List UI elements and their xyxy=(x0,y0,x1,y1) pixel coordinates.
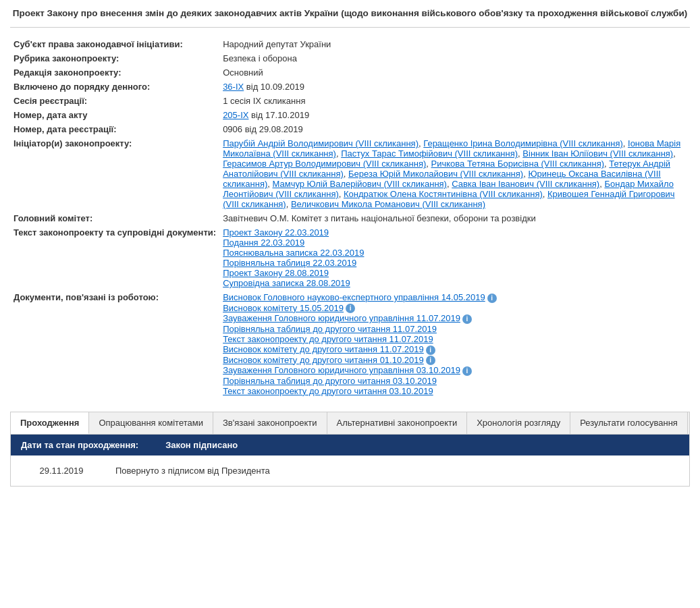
tab-item[interactable]: Результати голосування xyxy=(570,412,688,434)
field-label: Номер, дата реєстрації: xyxy=(10,122,219,136)
initiator-link[interactable]: Ричкова Тетяна Борисівна (VIII скликання… xyxy=(431,159,605,169)
document-item: Порівняльна таблиця 22.03.2019 xyxy=(223,258,686,268)
related-doc-item: Порівняльна таблиця до другого читання 0… xyxy=(223,376,686,386)
related-doc-item: Зауваження Головного юридичного управлін… xyxy=(223,313,686,324)
info-icon[interactable]: i xyxy=(462,314,472,324)
tab-header-status: Закон підписано xyxy=(165,440,238,450)
document-link[interactable]: Порівняльна таблиця 22.03.2019 xyxy=(223,258,356,268)
initiator-link[interactable]: Вінник Іван Юліїович (VIII скликання) xyxy=(522,148,673,159)
info-icon[interactable]: i xyxy=(346,304,355,313)
related-doc-link[interactable]: Текст законопроекту до другого читання 0… xyxy=(223,386,433,396)
related-docs-value: Висновок Головного науково-експертного у… xyxy=(219,290,690,397)
related-doc-item: Висновок комітету до другого читання 11.… xyxy=(223,344,686,355)
tab-body: 29.11.2019Повернуто з підписом від Прези… xyxy=(11,455,689,486)
info-icon[interactable]: i xyxy=(487,294,497,303)
related-doc-item: Зауваження Головного юридичного управлін… xyxy=(223,365,686,376)
field-label: Сесія реєстрації: xyxy=(10,94,219,108)
field-label: Включено до порядку денного: xyxy=(10,80,219,94)
info-row: Суб'єкт права законодавчої ініціативи:На… xyxy=(10,37,690,51)
related-doc-item: Порівняльна таблиця до другого читання 1… xyxy=(223,324,686,334)
tab-item[interactable]: Зв'язані законопроекти xyxy=(213,412,327,434)
document-link[interactable]: Пояснювальна записка 22.03.2019 xyxy=(223,248,364,258)
info-row: Сесія реєстрації:1 сесія IX скликання xyxy=(10,94,690,108)
initiators-value: Парубій Андрій Володимирович (VIII склик… xyxy=(219,136,690,211)
field-value: 1 сесія IX скликання xyxy=(219,94,690,108)
page-title: Проект Закону про внесення змін до деяки… xyxy=(10,7,690,28)
info-icon[interactable]: i xyxy=(462,366,472,376)
related-doc-link[interactable]: Висновок комітету до другого читання 01.… xyxy=(223,355,424,365)
initiator-link[interactable]: Парубій Андрій Володимирович (VIII склик… xyxy=(223,138,419,148)
field-value: Народний депутат України xyxy=(219,37,690,51)
related-doc-link[interactable]: Зауваження Головного юридичного управлін… xyxy=(223,365,460,375)
related-doc-link[interactable]: Зауваження Головного юридичного управлін… xyxy=(223,313,460,323)
field-value: 0906 від 29.08.2019 xyxy=(219,122,690,136)
document-link[interactable]: Подання 22.03.2019 xyxy=(223,238,304,248)
info-icon[interactable]: i xyxy=(426,356,435,365)
document-item: Супровідна записка 28.08.2019 xyxy=(223,278,686,288)
related-doc-link[interactable]: Висновок Головного науково-експертного у… xyxy=(223,292,485,302)
document-item: Пояснювальна записка 22.03.2019 xyxy=(223,248,686,258)
field-link[interactable]: 205-IX xyxy=(223,110,248,120)
head-committee-label: Головний комітет: xyxy=(10,211,219,225)
related-doc-link[interactable]: Висновок комітету до другого читання 11.… xyxy=(223,344,424,354)
field-label: Номер, дата акту xyxy=(10,108,219,122)
initiator-link[interactable]: Геращенко Ірина Володимирівна (VIII скли… xyxy=(423,138,623,148)
info-table: Суб'єкт права законодавчої ініціативи:На… xyxy=(10,37,690,397)
document-link[interactable]: Проект Закону 28.08.2019 xyxy=(223,268,329,278)
related-doc-item: Висновок Головного науково-експертного у… xyxy=(223,292,686,303)
field-link[interactable]: 36-IX xyxy=(223,82,244,92)
passage-date: 29.11.2019 xyxy=(21,466,102,476)
tab-item[interactable]: Опрацювання комітетами xyxy=(89,412,213,434)
documents-label: Текст законопроекту та супровідні докуме… xyxy=(10,225,219,290)
tab-item[interactable]: Хронологія розгляду xyxy=(467,412,570,434)
related-doc-item: Висновок комітету до другого читання 01.… xyxy=(223,355,686,366)
documents-value: Проект Закону 22.03.2019Подання 22.03.20… xyxy=(219,225,690,290)
related-docs-label: Документи, пов'язані із роботою: xyxy=(10,290,219,397)
initiator-link[interactable]: Мамчур Юлій Валерійович (VIII скликання) xyxy=(273,179,447,189)
field-value: Безпека і оборона xyxy=(219,51,690,65)
document-item: Подання 22.03.2019 xyxy=(223,238,686,248)
tab-header-dates: Дати та стан проходження: xyxy=(21,440,138,450)
tab-header: Дати та стан проходження: Закон підписан… xyxy=(11,435,689,455)
head-committee-value: Завітневич О.М. Комітет з питань націона… xyxy=(219,211,690,225)
initiator-link[interactable]: Савка Іван Іванович (VIII скликання) xyxy=(452,179,599,189)
related-doc-link[interactable]: Порівняльна таблиця до другого читання 1… xyxy=(223,324,437,334)
field-label: Рубрика законопроекту: xyxy=(10,51,219,65)
initiators-label: Ініціатор(и) законопроекту: xyxy=(10,136,219,211)
related-doc-item: Текст законопроекту до другого читання 0… xyxy=(223,386,686,396)
initiator-link[interactable]: Кондратюк Олена Костянтинівна (VIII скли… xyxy=(344,189,543,199)
initiator-link[interactable]: Величкович Микола Романович (VIII склика… xyxy=(291,199,485,209)
related-doc-link[interactable]: Порівняльна таблиця до другого читання 0… xyxy=(223,376,437,386)
field-label: Суб'єкт права законодавчої ініціативи: xyxy=(10,37,219,51)
tabs-bar: ПроходженняОпрацювання комітетамиЗв'язан… xyxy=(10,412,690,434)
initiator-link[interactable]: Береза Юрій Миколайович (VIII скликання) xyxy=(348,169,523,179)
passage-status: Повернуто з підписом від Президента xyxy=(115,466,679,476)
tab-item[interactable]: Проходження xyxy=(11,412,89,434)
field-value: 205-IX від 17.10.2019 xyxy=(219,108,690,122)
field-value: 36-IX від 10.09.2019 xyxy=(219,80,690,94)
document-item: Проект Закону 28.08.2019 xyxy=(223,268,686,278)
page-container: Проект Закону про внесення змін до деяки… xyxy=(0,0,700,493)
related-doc-item: Текст законопроекту до другого читання 1… xyxy=(223,334,686,344)
info-row: Номер, дата реєстрації:0906 від 29.08.20… xyxy=(10,122,690,136)
info-row: Редакція законопроекту:Основний xyxy=(10,65,690,80)
field-label: Редакція законопроекту: xyxy=(10,65,219,80)
info-icon[interactable]: i xyxy=(426,346,435,355)
document-link[interactable]: Проект Закону 22.03.2019 xyxy=(223,227,329,238)
related-doc-item: Висновок комітету 15.05.2019i xyxy=(223,303,686,314)
tab-item[interactable]: Альтернативні законопроекти xyxy=(327,412,468,434)
initiator-link[interactable]: Герасимов Артур Володимирович (VIII скли… xyxy=(223,159,426,169)
passage-row: 29.11.2019Повернуто з підписом від Прези… xyxy=(21,462,679,479)
tab-content: Дати та стан проходження: Закон підписан… xyxy=(10,434,690,487)
field-value: Основний xyxy=(219,65,690,80)
info-row: Рубрика законопроекту:Безпека і оборона xyxy=(10,51,690,65)
related-doc-link[interactable]: Висновок комітету 15.05.2019 xyxy=(223,303,344,313)
document-item: Проект Закону 22.03.2019 xyxy=(223,227,686,238)
related-doc-link[interactable]: Текст законопроекту до другого читання 1… xyxy=(223,334,433,344)
info-row: Включено до порядку денного:36-IX від 10… xyxy=(10,80,690,94)
document-link[interactable]: Супровідна записка 28.08.2019 xyxy=(223,278,350,288)
info-row: Номер, дата акту205-IX від 17.10.2019 xyxy=(10,108,690,122)
initiator-link[interactable]: Пастух Тарас Тимофійович (VIII скликання… xyxy=(341,148,518,159)
